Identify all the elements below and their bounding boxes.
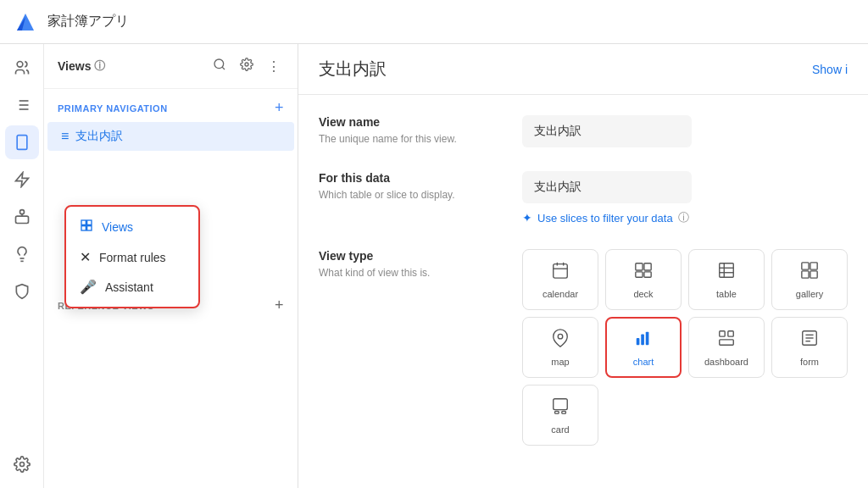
svg-rect-45 <box>646 331 649 345</box>
view-type-label: View type <box>319 249 488 263</box>
main-content: 支出内訳 Show i View name The unique name fo… <box>298 44 868 488</box>
card-icon <box>551 396 570 419</box>
svg-rect-46 <box>720 330 725 336</box>
sidebar-item-users[interactable] <box>5 51 39 85</box>
sidebar-item-shield[interactable] <box>5 274 39 308</box>
view-type-chart[interactable]: chart <box>605 317 682 378</box>
for-this-data-row: For this data Which table or slice to di… <box>319 171 848 225</box>
svg-rect-39 <box>810 262 817 269</box>
view-list-icon: ≡ <box>61 129 69 144</box>
svg-rect-53 <box>554 398 568 409</box>
map-icon <box>551 329 570 352</box>
svg-rect-23 <box>87 220 92 225</box>
sidebar-item-phone[interactable] <box>5 125 39 159</box>
svg-rect-24 <box>81 226 86 230</box>
view-type-dashboard[interactable]: dashboard <box>688 317 765 378</box>
svg-rect-33 <box>644 271 651 276</box>
svg-point-42 <box>558 334 563 339</box>
sidebar-item-robot[interactable] <box>5 200 39 234</box>
reference-add-button[interactable]: + <box>275 297 284 314</box>
svg-rect-43 <box>637 338 640 345</box>
svg-rect-30 <box>636 263 643 269</box>
view-type-map[interactable]: map <box>522 317 598 378</box>
slice-info-icon: ⓘ <box>678 210 689 225</box>
svg-point-13 <box>19 210 24 214</box>
view-type-gallery[interactable]: gallery <box>771 249 848 310</box>
svg-point-18 <box>19 463 24 467</box>
svg-rect-22 <box>81 220 86 225</box>
context-menu-assistant[interactable]: 🎤 Assistant <box>66 272 198 302</box>
svg-marker-11 <box>15 173 28 187</box>
settings-icon[interactable] <box>236 54 257 78</box>
content-body: View name The unique name for this view.… <box>298 95 868 488</box>
view-type-label-group: View type What kind of view this is. <box>319 249 488 280</box>
view-name-desc: The unique name for this view. <box>319 132 488 147</box>
format-rules-icon: ✕ <box>80 249 91 265</box>
svg-rect-40 <box>802 270 809 277</box>
svg-point-19 <box>214 59 224 69</box>
view-type-deck[interactable]: deck <box>605 249 682 310</box>
for-this-data-field[interactable]: 支出内訳 <box>522 171 692 203</box>
content-title: 支出内訳 <box>319 58 387 80</box>
context-menu-views[interactable]: Views <box>66 212 198 242</box>
view-type-calendar[interactable]: calendar <box>522 249 598 310</box>
context-menu: Views ✕ Format rules 🎤 Assistant <box>64 205 200 308</box>
views-header-actions: ⋮ <box>209 54 284 78</box>
svg-rect-55 <box>562 411 566 413</box>
svg-rect-34 <box>720 263 734 277</box>
sidebar-item-gear[interactable] <box>5 447 39 481</box>
top-header: 家計簿アプリ <box>0 0 868 44</box>
svg-rect-38 <box>802 262 809 269</box>
views-panel-title: Views ⓘ <box>58 58 203 74</box>
svg-rect-32 <box>636 271 643 276</box>
search-icon[interactable] <box>209 54 230 78</box>
svg-rect-41 <box>810 270 817 277</box>
show-button[interactable]: Show i <box>812 63 848 76</box>
sparkle-icon: ✦ <box>522 211 532 225</box>
svg-rect-26 <box>554 263 568 278</box>
context-menu-format-rules[interactable]: ✕ Format rules <box>66 242 198 272</box>
view-type-form[interactable]: form <box>771 317 848 378</box>
table-icon <box>717 261 736 284</box>
views-menu-icon <box>80 219 93 236</box>
form-icon <box>800 329 819 352</box>
svg-point-21 <box>245 63 248 66</box>
view-name-label: View name <box>319 115 488 129</box>
deck-icon <box>634 261 653 284</box>
svg-rect-54 <box>555 411 559 413</box>
view-type-row: View type What kind of view this is. cal… <box>319 249 848 446</box>
gallery-icon <box>800 261 819 284</box>
svg-rect-47 <box>728 330 733 336</box>
primary-nav-add-button[interactable]: + <box>275 99 284 117</box>
sidebar-item-bulb[interactable] <box>5 237 39 271</box>
view-type-card[interactable]: card <box>522 385 598 446</box>
sidebar-item-list[interactable] <box>5 88 39 122</box>
assistant-icon: 🎤 <box>80 279 97 295</box>
for-this-data-label-group: For this data Which table or slice to di… <box>319 171 488 202</box>
content-header: 支出内訳 Show i <box>298 44 868 95</box>
view-type-options: calendar deck table <box>522 249 848 446</box>
svg-rect-31 <box>644 263 651 269</box>
views-panel: Views ⓘ ⋮ PRIMARY NAVIGATION + ≡ 支出内訳 <box>44 44 298 488</box>
svg-line-20 <box>222 67 225 69</box>
view-type-table[interactable]: table <box>688 249 765 310</box>
slice-link[interactable]: ✦ Use slices to filter your data ⓘ <box>522 210 848 225</box>
main-layout: Views ⓘ ⋮ PRIMARY NAVIGATION + ≡ 支出内訳 <box>0 44 868 488</box>
view-name-field[interactable]: 支出内訳 <box>522 115 692 147</box>
svg-rect-12 <box>15 216 28 223</box>
svg-rect-44 <box>641 334 644 345</box>
dashboard-icon <box>717 329 736 352</box>
app-logo <box>14 10 37 34</box>
views-header: Views ⓘ ⋮ <box>44 44 298 89</box>
app-title: 家計簿アプリ <box>47 13 129 30</box>
view-name-row: View name The unique name for this view.… <box>319 115 848 147</box>
icon-sidebar <box>0 44 44 488</box>
more-icon[interactable]: ⋮ <box>264 55 284 78</box>
sidebar-item-lightning[interactable] <box>5 163 39 197</box>
view-item-shishutsu[interactable]: ≡ 支出内訳 <box>47 122 294 151</box>
info-icon: ⓘ <box>94 58 105 74</box>
view-name-label-group: View name The unique name for this view. <box>319 115 488 147</box>
calendar-icon <box>551 261 570 284</box>
for-this-data-label: For this data <box>319 171 488 185</box>
for-this-data-desc: Which table or slice to display. <box>319 188 488 202</box>
